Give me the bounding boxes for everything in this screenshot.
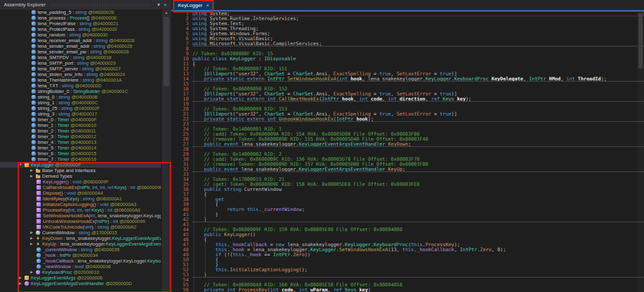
text-segment: Microsoft.VisualBasic; xyxy=(207,36,273,41)
text-segment: @04000020 xyxy=(90,26,117,32)
tree-item[interactable]: timer_4 : Timer @04000013 xyxy=(0,139,161,145)
tree-item[interactable]: ▶KeyUp : lena_snakekeylogger.KeyLoggerEv… xyxy=(0,241,161,247)
tree-item[interactable]: _currentWindow : string @04000035 xyxy=(0,247,161,252)
tree-item[interactable]: timer_1 : Timer @04000010 xyxy=(0,122,161,128)
text-segment: _hookCallback xyxy=(43,258,74,264)
tree-item[interactable]: lena_receiver_email_addr : string @04000… xyxy=(0,38,161,43)
tree-item[interactable]: lena_process : Process[] @0400000E xyxy=(0,15,161,21)
tree-item[interactable]: lena_random : string @04000030 xyxy=(0,32,161,38)
panel-drag-grip[interactable] xyxy=(51,3,151,6)
tree-item[interactable]: CallNextHookEx(IntPtr, int, int, ref Key… xyxy=(0,185,161,190)
code-scrollbar-thumb[interactable] xyxy=(638,13,643,68)
text-segment: public event xyxy=(204,167,238,172)
assembly-tree[interactable]: lena_padding_5 : string @0400002Elena_pr… xyxy=(0,9,161,292)
tree-item[interactable]: ▶KeyDown : lena_snakekeylogger.KeyLogger… xyxy=(0,235,161,241)
tree-item[interactable]: ▶CurrentWindow : string @17000015 xyxy=(0,230,161,235)
tree-item[interactable]: Identifykey(Keys) : string @060000A1 xyxy=(0,196,161,202)
text-segment: string_0 xyxy=(38,94,55,100)
tree-item[interactable]: ProcessKey(int, int, ref Keys) : int @06… xyxy=(0,207,161,213)
code-line-content: // Token: 0x17000015 RID: 21 xyxy=(192,177,644,182)
expander-collapsed-icon[interactable]: ▶ xyxy=(19,275,25,281)
tree-item[interactable]: lena_SMTP_port : string @04000029 xyxy=(0,60,161,66)
expander-collapsed-icon[interactable]: ▶ xyxy=(30,269,36,275)
text-segment: string xyxy=(58,111,70,117)
tree-scrollbar-thumb[interactable] xyxy=(164,17,169,86)
expander-collapsed-icon[interactable]: ▶ xyxy=(30,168,36,173)
text-segment: @04000034 xyxy=(71,252,98,258)
text-segment: @04000010 xyxy=(69,122,96,128)
tree-item[interactable]: KeyLogger() : void @0600009F xyxy=(0,179,161,185)
text-segment: = xyxy=(431,72,440,77)
tree-item[interactable]: stringBuilder_0 : StringBuilder @0400001… xyxy=(0,89,161,94)
text-segment: SetLastError xyxy=(397,92,431,97)
expander-collapsed-icon[interactable]: ▶ xyxy=(30,230,36,235)
text-segment: hook xyxy=(351,77,362,82)
tree-item-label: _newWindow : bool @04000036 xyxy=(43,264,111,269)
tree-item[interactable]: timer_2 : Timer @04000011 xyxy=(0,128,161,134)
expander-expanded-icon[interactable]: ▼ xyxy=(19,162,25,168)
code-line: 21 [DllImport("user32", CharSet = CharSe… xyxy=(171,112,644,117)
tree-item[interactable]: timer_7 : Timer @04000016 xyxy=(0,156,161,162)
tree-item[interactable]: _hookCallback : lena_snakekeylogger.KeyL… xyxy=(0,258,161,264)
tree-item[interactable]: ▶KeyLoggerEventArgsEventHandler @0200000… xyxy=(0,281,161,286)
tree-item[interactable]: string_0 : string @0400000B xyxy=(0,94,161,100)
panel-menu-dropdown-icon[interactable]: ▾ xyxy=(155,3,162,8)
assembly-explorer-header[interactable]: Assembly Explorer ▾ × xyxy=(0,0,171,9)
field-icon xyxy=(31,21,36,26)
tree-item[interactable]: lena_SMTP_server : string @04000027 xyxy=(0,66,161,72)
tree-item[interactable]: UnhookWindowsHookEx(IntPtr) : int @06000… xyxy=(0,219,161,224)
tree-item[interactable]: ▶KeyLoggerEventArgs @0200000E xyxy=(0,275,161,281)
code-line: 24 // Token: 0x14000001 RID: 1 xyxy=(171,127,644,132)
tree-item[interactable]: string_1 : string @0400000C xyxy=(0,100,161,105)
text-segment: Keys xyxy=(92,207,103,213)
tree-item[interactable]: timer_0 : Timer @0400000F xyxy=(0,117,161,122)
tree-item[interactable]: VKCodeToUnicode(uint) : string @060000A2 xyxy=(0,224,161,230)
text-segment: CharSet xyxy=(264,72,284,77)
tree-item[interactable]: _hook : IntPtr @04000034 xyxy=(0,252,161,258)
tree-item[interactable]: string_25 : string @0400002F xyxy=(0,105,161,111)
tree-item[interactable]: InitializeCaptionLogging() : void @06000… xyxy=(0,202,161,207)
tree-item[interactable]: string_3 : string @04000017 xyxy=(0,111,161,117)
tree-item[interactable]: lena_padding_5 : string @0400002E xyxy=(0,9,161,15)
tree-item[interactable]: lena_stolen_env_info : string @04000024 xyxy=(0,72,161,77)
tree-item[interactable]: lena_ProtectPass : string @04000020 xyxy=(0,26,161,32)
expander-collapsed-icon[interactable]: ▶ xyxy=(30,235,36,241)
tree-scrollbar[interactable]: ▲ xyxy=(161,9,171,292)
tree-item[interactable]: ▶Base Type and Interfaces xyxy=(0,168,161,173)
tree-item[interactable]: lena_SMTPDV : string @04000018 xyxy=(0,55,161,60)
code-line-content: } xyxy=(192,262,644,268)
decompiled-code-view[interactable]: 1using System;2using System.Runtime.Inte… xyxy=(171,11,644,292)
text-segment: UnhookWindowsHookEx xyxy=(279,117,333,122)
tree-item[interactable]: timer_3 : Timer @04000012 xyxy=(0,134,161,139)
tree-item-label: timer_1 : Timer @04000010 xyxy=(38,122,96,128)
panel-close-icon[interactable]: × xyxy=(162,3,169,8)
tab-keylogger[interactable]: KeyLogger × xyxy=(174,0,213,10)
tree-item[interactable]: ▼KeyLogger @0200000F xyxy=(0,162,161,168)
scroll-up-arrow-icon[interactable]: ▲ xyxy=(162,9,171,16)
code-line-content xyxy=(192,278,644,283)
code-scrollbar[interactable] xyxy=(637,11,644,292)
tree-item[interactable]: lena_ProtectFalse : string @04000021 xyxy=(0,21,161,26)
tree-item[interactable]: lena_sender_email_pw : string @04000026 xyxy=(0,49,161,55)
tree-item[interactable]: timer_5 : Timer @04000014 xyxy=(0,145,161,151)
code-line-content: return this._currentWindow; xyxy=(192,207,644,212)
expander-collapsed-icon[interactable]: ▶ xyxy=(19,281,25,286)
code-line: 23 xyxy=(171,122,644,127)
tree-item[interactable]: _newWindow : bool @04000036 xyxy=(0,264,161,269)
text-segment: _hookCallback xyxy=(417,247,454,252)
tree-item[interactable]: ▶Derived Types xyxy=(0,173,161,179)
text-segment: true xyxy=(440,92,451,97)
tree-item[interactable]: lena_TheHashHere : string @0400001A xyxy=(0,77,161,83)
tree-item[interactable]: timer_6 : Timer @04000015 xyxy=(0,151,161,156)
tree-item[interactable]: Dispose() : void @060000A4 xyxy=(0,190,161,196)
expander-collapsed-icon[interactable]: ▶ xyxy=(30,241,36,247)
tree-item[interactable]: SetWindowsHookExA(int, lena_snakekeylogg… xyxy=(0,213,161,219)
tab-close-icon[interactable]: × xyxy=(206,3,209,8)
expander-collapsed-icon[interactable]: ▶ xyxy=(30,173,36,179)
text-segment: Derived Types xyxy=(42,173,72,179)
tree-item[interactable]: lena_TXT : string @0400000D xyxy=(0,83,161,89)
tree-item[interactable]: lena_sender_email_addr : string @0400002… xyxy=(0,43,161,49)
tree-item[interactable]: ▶KeyboardProc @02000010 xyxy=(0,269,161,275)
text-segment: () xyxy=(250,232,255,237)
text-segment: // Token: 0x14000002 RID: 2 xyxy=(204,152,281,157)
